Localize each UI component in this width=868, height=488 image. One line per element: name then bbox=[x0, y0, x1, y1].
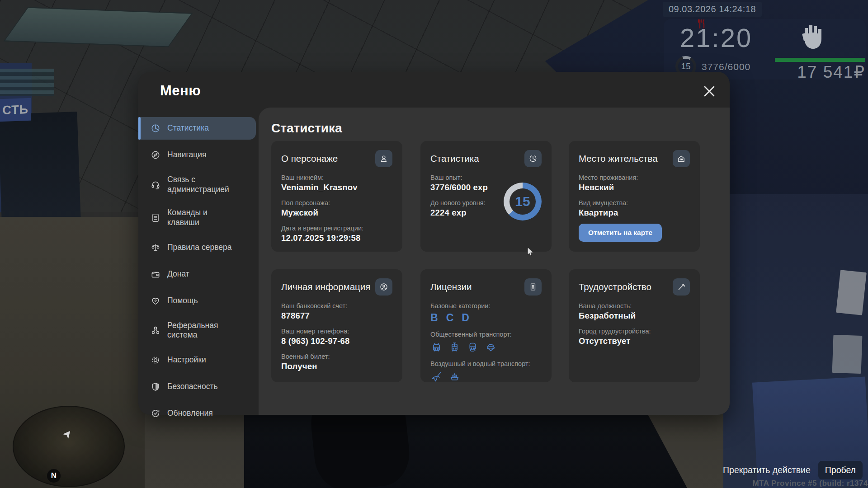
field-label: Ваш опыт: bbox=[430, 174, 542, 181]
minimap-player-marker bbox=[63, 429, 73, 439]
update-check-icon bbox=[151, 408, 160, 418]
hud-money-bar bbox=[775, 58, 865, 62]
field-label: Пол персонажа: bbox=[281, 199, 392, 206]
metro-icon bbox=[467, 341, 479, 353]
level-value: 15 bbox=[509, 188, 536, 215]
field-label: Воздушный и водный транспорт: bbox=[430, 360, 542, 367]
action-hint-label: Прекратить действие bbox=[723, 465, 811, 475]
card-character: О персонаже Ваш никнейм: Veniamin_Krasno… bbox=[271, 141, 402, 252]
gender-value: Мужской bbox=[281, 208, 392, 218]
hud-exp: 3776/6000 bbox=[702, 61, 750, 72]
category-d: D bbox=[462, 312, 469, 324]
action-key-badge: Пробел bbox=[818, 461, 863, 479]
field-label: Вид имущества: bbox=[579, 199, 690, 206]
card-employment: Трудоустройство Ваша должность: Безработ… bbox=[569, 269, 700, 382]
sidebar-item-label: Обновления bbox=[167, 408, 213, 418]
card-licenses: Лицензии Базовые категории: B C D Общест… bbox=[420, 269, 552, 382]
headset-icon bbox=[151, 180, 160, 190]
sidebar-item-label: Безопасность bbox=[167, 382, 218, 392]
field-label: Ваша должность: bbox=[579, 302, 690, 310]
nickname-value: Veniamin_Krasnov bbox=[281, 183, 392, 192]
pickaxe-icon bbox=[673, 278, 690, 296]
phone-value: 8 (963) 102-97-68 bbox=[281, 336, 392, 346]
sidebar-item-label: Навигация bbox=[167, 150, 206, 160]
card-title: О персонаже bbox=[281, 153, 338, 164]
sidebar-item-referral[interactable]: Реферальная система bbox=[138, 316, 256, 345]
field-label: Базовые категории: bbox=[430, 302, 542, 310]
scales-icon bbox=[151, 243, 160, 253]
field-label: Ваш номер телефона: bbox=[281, 328, 392, 335]
category-b: B bbox=[430, 312, 438, 324]
house-icon bbox=[673, 150, 690, 167]
sidebar-item-help[interactable]: Помощь bbox=[138, 290, 256, 312]
sidebar-item-label: Статистика bbox=[167, 123, 209, 133]
card-personal-info: Личная информация Ваш банковский счет: 8… bbox=[271, 269, 402, 382]
wallet-icon bbox=[151, 269, 160, 279]
card-statistics: Статистика Ваш опыт: 3776/6000 exp До но… bbox=[420, 141, 552, 252]
sidebar-item-navigation[interactable]: Навигация bbox=[138, 144, 256, 166]
field-label: Общественный транспорт: bbox=[430, 331, 542, 338]
server-watermark: MTA Province #5 (build: r1374) bbox=[752, 479, 868, 488]
sidebar-item-donate[interactable]: Донат bbox=[138, 263, 256, 286]
menu-title: Меню bbox=[160, 83, 201, 99]
plane-icon bbox=[430, 371, 443, 383]
card-title: Трудоустройство bbox=[579, 282, 651, 292]
sidebar-item-label: Донат bbox=[167, 269, 189, 279]
category-c: C bbox=[446, 312, 454, 324]
field-label: Военный билет: bbox=[281, 353, 392, 360]
sidebar-item-security[interactable]: Безопасность bbox=[138, 375, 256, 398]
field-label: Место проживания: bbox=[579, 174, 690, 181]
field-label: Ваш никнейм: bbox=[281, 174, 392, 181]
registration-value: 12.07.2025 19:29:58 bbox=[281, 233, 392, 243]
trolleybus-icon bbox=[430, 341, 443, 353]
minimap-north-badge: N bbox=[47, 469, 61, 483]
hud-datetime: 09.03.2026 14:24:18 bbox=[663, 2, 762, 17]
sidebar-item-updates[interactable]: Обновления bbox=[138, 402, 256, 425]
sidebar-item-settings[interactable]: Настройки bbox=[138, 349, 256, 371]
fist-icon bbox=[798, 22, 825, 52]
hud-clock: 21:20 bbox=[680, 23, 752, 53]
captain-cap-icon bbox=[485, 341, 497, 353]
ship-icon bbox=[448, 371, 461, 383]
license-categories: B C D bbox=[430, 312, 542, 324]
gear-icon bbox=[151, 355, 160, 365]
page-title: Статистика bbox=[271, 121, 342, 136]
sidebar-item-label: Настройки bbox=[167, 355, 206, 365]
residence-value: Невский bbox=[579, 183, 690, 192]
military-id-value: Получен bbox=[281, 361, 392, 371]
sidebar-item-commands[interactable]: Команды и клавиши bbox=[138, 203, 256, 232]
minimap: N bbox=[13, 406, 125, 487]
shield-icon bbox=[151, 382, 160, 392]
public-transport-licenses bbox=[430, 341, 542, 353]
pie-chart-icon bbox=[524, 150, 542, 167]
tram-icon bbox=[448, 341, 461, 353]
property-value: Квартира bbox=[579, 208, 690, 218]
close-icon[interactable] bbox=[702, 84, 717, 99]
mark-on-map-button[interactable]: Отметить на карте bbox=[579, 224, 662, 242]
sidebar-item-label: Реферальная система bbox=[167, 321, 239, 341]
sidebar-item-label: Связь с администрацией bbox=[167, 175, 239, 195]
user-icon bbox=[375, 150, 392, 167]
sidebar-item-rules[interactable]: Правила сервера bbox=[138, 236, 256, 259]
pie-chart-icon bbox=[151, 123, 160, 133]
compass-icon bbox=[151, 150, 160, 160]
card-title: Лицензии bbox=[430, 282, 472, 292]
hud-panel: 21:20 15 3776/6000 17 541₽ bbox=[664, 19, 866, 80]
sidebar: Статистика Навигация Связь с администрац… bbox=[138, 117, 256, 425]
hud-money: 17 541₽ bbox=[759, 62, 865, 82]
sidebar-item-admin-contact[interactable]: Связь с администрацией bbox=[138, 170, 256, 199]
content-panel: Статистика О персонаже Ваш никнейм: Veni… bbox=[259, 108, 730, 415]
action-hint: Прекратить действие Пробел bbox=[723, 461, 863, 479]
game-screen: СТЬ 09.03.2026 14:24:18 21:20 15 3776/60… bbox=[0, 0, 868, 488]
mouse-cursor bbox=[527, 247, 535, 258]
id-card-icon bbox=[524, 278, 542, 296]
sidebar-item-statistics[interactable]: Статистика bbox=[138, 117, 256, 140]
field-label: Город трудоустройства: bbox=[579, 328, 690, 335]
sidebar-item-label: Команды и клавиши bbox=[167, 208, 239, 228]
menu-window: Меню Статистика Навигация Связь с админи… bbox=[138, 72, 730, 415]
card-title: Место жительства bbox=[579, 153, 658, 164]
job-value: Безработный bbox=[579, 311, 690, 321]
card-title: Личная информация bbox=[281, 282, 370, 292]
network-icon bbox=[151, 325, 160, 335]
sidebar-item-label: Помощь bbox=[167, 296, 198, 306]
